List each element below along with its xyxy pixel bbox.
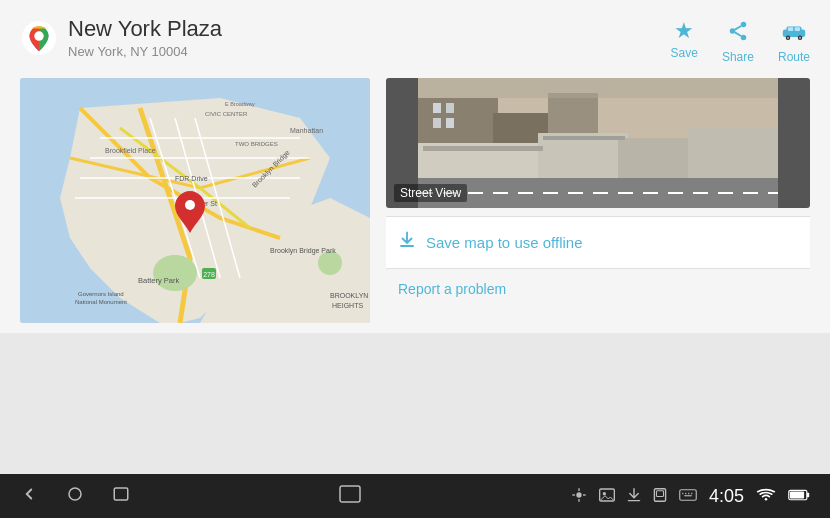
svg-text:Brookfield Place: Brookfield Place [105,147,156,154]
svg-rect-75 [680,490,697,501]
save-star-icon: ★ [674,20,694,42]
svg-rect-57 [446,118,454,128]
save-offline-button[interactable]: Save map to use offline [386,216,810,269]
svg-rect-56 [433,118,441,128]
share-label: Share [722,50,754,64]
recents-button[interactable] [112,486,130,506]
place-subtitle: New York, NY 10004 [68,44,222,59]
svg-rect-74 [656,490,663,496]
route-label: Route [778,50,810,64]
share-icon [727,20,749,46]
svg-point-4 [741,35,747,40]
back-button[interactable] [20,485,38,507]
keyboard-icon [679,488,697,504]
status-bar: 4:05 [0,474,830,518]
nav-buttons [20,485,130,507]
right-panel: Street View Save map to use offline Repo… [386,78,810,323]
svg-point-12 [787,37,789,39]
map-svg: Brookfield Place CIVIC CENTER E Broadway… [20,78,370,323]
route-button[interactable]: Route [778,20,810,64]
svg-point-3 [730,28,736,34]
route-car-icon [782,20,806,46]
svg-text:Manhattan: Manhattan [290,127,323,134]
main-content: New York Plaza New York, NY 10004 ★ Save [0,0,830,333]
place-title: New York Plaza [68,16,222,42]
title-text: New York Plaza New York, NY 10004 [68,16,222,59]
status-time: 4:05 [709,486,744,507]
save-label: Save [671,46,698,60]
svg-rect-63 [114,488,128,500]
svg-point-1 [34,31,44,40]
content-row: Brookfield Place CIVIC CENTER E Broadway… [20,78,810,323]
download-icon [398,231,416,254]
gallery-icon [599,488,615,505]
map-container[interactable]: Brookfield Place CIVIC CENTER E Broadway… [20,78,370,323]
save-offline-label: Save map to use offline [426,234,583,251]
svg-rect-54 [433,103,441,113]
svg-point-26 [318,251,342,275]
svg-rect-60 [418,78,778,98]
svg-point-2 [741,22,747,28]
svg-text:Governors Island: Governors Island [78,291,124,297]
save-button[interactable]: ★ Save [671,20,698,60]
svg-text:CIVIC CENTER: CIVIC CENTER [205,111,248,117]
svg-text:National Monument: National Monument [75,299,127,305]
svg-text:Battery Park: Battery Park [138,276,180,285]
street-view-label: Street View [394,184,467,202]
share-button[interactable]: Share [722,20,754,64]
svg-point-43 [185,200,195,210]
svg-point-71 [603,492,606,495]
svg-rect-9 [788,27,793,31]
status-right: 4:05 [571,486,810,507]
svg-text:BROOKLYN: BROOKLYN [330,292,368,299]
svg-point-65 [576,492,581,497]
battery-icon [788,488,810,504]
svg-rect-53 [543,136,625,140]
street-view-thumbnail[interactable]: Street View [386,78,810,208]
svg-point-14 [799,37,801,39]
report-problem-button[interactable]: Report a problem [386,269,810,309]
svg-rect-83 [807,493,809,498]
wifi-icon [756,487,776,506]
screenshot-icon [653,487,667,506]
report-problem-label: Report a problem [398,281,506,297]
svg-text:FDR Drive: FDR Drive [175,175,208,182]
svg-point-62 [69,488,81,500]
svg-rect-10 [795,27,800,31]
gps-icon [571,487,587,506]
google-maps-icon [20,19,58,57]
svg-rect-64 [340,486,360,502]
svg-rect-55 [446,103,454,113]
title-section: New York Plaza New York, NY 10004 [20,16,222,59]
svg-rect-52 [423,146,543,151]
svg-rect-82 [790,491,804,498]
svg-line-5 [735,32,741,36]
svg-text:TWO BRIDGES: TWO BRIDGES [235,141,278,147]
svg-line-6 [735,26,741,30]
header-row: New York Plaza New York, NY 10004 ★ Save [20,16,810,64]
download-status-icon [627,487,641,506]
svg-point-25 [153,255,197,291]
svg-text:Brooklyn Bridge Park: Brooklyn Bridge Park [270,247,336,255]
svg-text:HEIGHTS: HEIGHTS [332,302,363,309]
action-buttons: ★ Save Share [671,16,810,64]
svg-text:278: 278 [203,271,215,278]
home-button[interactable] [66,485,84,507]
svg-text:E Broadway: E Broadway [225,101,255,107]
center-recents [338,484,362,508]
